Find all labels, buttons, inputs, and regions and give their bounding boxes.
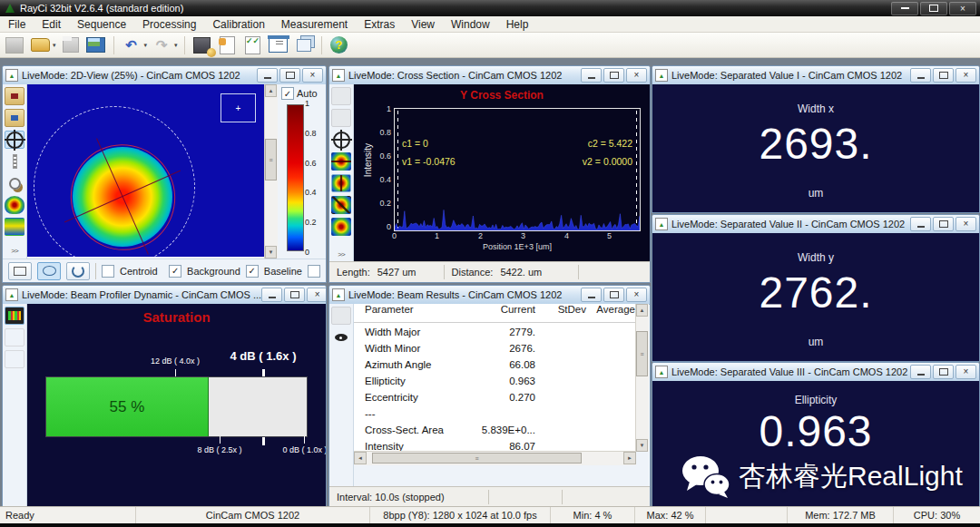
save-icon[interactable] bbox=[331, 109, 351, 127]
rotate-shape-button[interactable] bbox=[66, 262, 90, 280]
close-button[interactable]: × bbox=[956, 365, 976, 379]
background-checkbox[interactable]: ✓ bbox=[169, 265, 181, 278]
dynamic-view2-icon[interactable] bbox=[5, 328, 24, 346]
close-button[interactable]: × bbox=[956, 68, 976, 83]
menu-edit[interactable]: Edit bbox=[34, 18, 69, 31]
maximize-button[interactable] bbox=[933, 68, 954, 83]
save-icon[interactable] bbox=[331, 307, 351, 325]
scroll-up-icon[interactable]: ▲ bbox=[265, 84, 277, 97]
zoom-icon[interactable] bbox=[5, 174, 24, 192]
selection-rectangle[interactable]: + bbox=[220, 93, 256, 122]
minimize-button[interactable] bbox=[581, 288, 602, 302]
menu-calibration[interactable]: Calibration bbox=[204, 18, 272, 31]
menu-processing[interactable]: Processing bbox=[134, 18, 204, 31]
results-horizontal-scrollbar[interactable]: ◄ ≡ ► bbox=[354, 451, 636, 465]
visibility-eye-icon[interactable] bbox=[331, 328, 351, 346]
minimize-button[interactable] bbox=[261, 288, 282, 302]
scroll-down-icon[interactable]: ▼ bbox=[265, 246, 277, 259]
redo-dropdown-icon[interactable]: ▾ bbox=[174, 42, 178, 49]
beam-results-titlebar[interactable]: ▲ LiveMode: Beam Results - CinCam CMOS 1… bbox=[329, 286, 650, 305]
cascade-windows-icon[interactable] bbox=[293, 35, 315, 55]
ellipse-shape-button[interactable] bbox=[37, 262, 61, 280]
snapshot-icon[interactable] bbox=[331, 87, 351, 105]
toolbar-expand-icon[interactable]: >> bbox=[11, 247, 17, 255]
export-data-icon[interactable] bbox=[5, 109, 24, 127]
app-maximize-button[interactable] bbox=[920, 2, 947, 15]
app-close-button[interactable]: × bbox=[949, 2, 976, 15]
checklist-icon[interactable]: ✓✓ bbox=[242, 35, 264, 55]
close-button[interactable]: × bbox=[956, 217, 976, 231]
dynamic-view3-icon[interactable] bbox=[5, 350, 24, 368]
beam-3d-icon[interactable] bbox=[5, 196, 24, 214]
app-minimize-button[interactable] bbox=[891, 2, 918, 15]
baseline-checkbox[interactable]: ✓ bbox=[246, 265, 259, 278]
maximize-button[interactable] bbox=[284, 288, 305, 302]
scrollbar-thumb[interactable]: ≡ bbox=[372, 453, 582, 464]
extra-checkbox[interactable] bbox=[308, 265, 320, 278]
table-row[interactable]: Azimuth Angle66.08 bbox=[354, 359, 636, 376]
undo-icon[interactable]: ↶ bbox=[121, 35, 142, 55]
maximize-button[interactable] bbox=[603, 68, 624, 83]
close-button[interactable]: × bbox=[302, 68, 323, 83]
beam-diagonal2-icon[interactable] bbox=[331, 218, 351, 236]
menu-sequence[interactable]: Sequence bbox=[69, 18, 134, 31]
export-snapshot-icon[interactable] bbox=[5, 87, 24, 105]
separated-value-1-titlebar[interactable]: ▲ LiveMode: Separated Value I - CinCam C… bbox=[652, 66, 979, 85]
beam-2d-icon[interactable] bbox=[5, 218, 24, 236]
2d-view-vertical-scrollbar[interactable]: ▲ ≡ ▼ bbox=[264, 84, 278, 259]
menu-extras[interactable]: Extras bbox=[356, 18, 403, 31]
cross-section-titlebar[interactable]: ▲ LiveMode: Cross Section - CinCam CMOS … bbox=[329, 66, 650, 85]
window-list-icon[interactable] bbox=[268, 35, 289, 55]
centroid-target-icon[interactable] bbox=[5, 131, 24, 149]
beam-y-cross-icon[interactable] bbox=[331, 174, 351, 192]
menu-file[interactable]: File bbox=[0, 18, 34, 31]
minimize-button[interactable] bbox=[910, 365, 931, 379]
minimize-button[interactable] bbox=[257, 68, 278, 83]
minimize-button[interactable] bbox=[910, 68, 931, 83]
column-average[interactable]: Average bbox=[354, 304, 635, 315]
app-titlebar[interactable]: RayCi 32bit V2.6.4 (standard edition) × bbox=[0, 0, 980, 16]
beam-x-cross-icon[interactable] bbox=[331, 152, 351, 171]
maximize-button[interactable] bbox=[279, 68, 300, 83]
redo-icon[interactable]: ↷ bbox=[151, 35, 172, 55]
save-icon[interactable] bbox=[60, 35, 82, 55]
results-vertical-scrollbar[interactable]: ▲ ≡ ▼ bbox=[635, 304, 649, 452]
scroll-down-icon[interactable]: ▼ bbox=[636, 439, 648, 452]
centroid-target-icon[interactable] bbox=[331, 131, 351, 149]
beam-diagonal-icon[interactable] bbox=[331, 196, 351, 214]
scrollbar-thumb[interactable]: ≡ bbox=[265, 139, 277, 181]
menu-window[interactable]: Window bbox=[443, 18, 498, 31]
scroll-right-icon[interactable]: ► bbox=[623, 452, 636, 464]
minimize-button[interactable] bbox=[910, 217, 931, 231]
table-row[interactable]: Cross-Sect. Area5.839E+0... bbox=[354, 425, 636, 441]
separated-value-2-titlebar[interactable]: ▲ LiveMode: Separated Value II - CinCam … bbox=[652, 215, 979, 234]
settings-icon[interactable] bbox=[191, 35, 213, 55]
centroid-checkbox[interactable] bbox=[102, 265, 114, 278]
scroll-up-icon[interactable]: ▲ bbox=[636, 304, 648, 317]
table-row[interactable]: Width Minor2676. bbox=[354, 343, 636, 359]
close-button[interactable]: × bbox=[626, 68, 647, 83]
table-row[interactable]: Width Major2779. bbox=[354, 327, 636, 343]
open-dropdown-icon[interactable]: ▾ bbox=[53, 42, 56, 49]
maximize-button[interactable] bbox=[933, 365, 954, 379]
maximize-button[interactable] bbox=[603, 288, 624, 302]
open-icon[interactable] bbox=[29, 35, 51, 55]
scrollbar-thumb[interactable]: ≡ bbox=[636, 331, 648, 376]
dynamic-histogram-icon[interactable] bbox=[5, 307, 24, 325]
auto-scale-checkbox[interactable]: ✓ Auto bbox=[281, 87, 318, 100]
menu-view[interactable]: View bbox=[403, 18, 443, 31]
2d-view-titlebar[interactable]: ▲ LiveMode: 2D-View (25%) - CinCam CMOS … bbox=[3, 66, 326, 85]
undo-dropdown-icon[interactable]: ▾ bbox=[144, 42, 148, 49]
menu-help[interactable]: Help bbox=[498, 18, 537, 31]
minimize-button[interactable] bbox=[581, 68, 602, 83]
table-row[interactable]: Ellipticity0.963 bbox=[354, 376, 636, 392]
menu-measurement[interactable]: Measurement bbox=[273, 18, 356, 31]
results-table-header[interactable]: Parameter Current StDev Average bbox=[354, 304, 636, 323]
export-image-icon[interactable] bbox=[85, 35, 107, 55]
beam-image-2d[interactable]: + bbox=[27, 84, 264, 257]
table-row[interactable]: --- bbox=[354, 408, 636, 425]
close-button[interactable]: × bbox=[626, 288, 647, 302]
table-row[interactable]: Eccentricity0.270 bbox=[354, 392, 636, 408]
maximize-button[interactable] bbox=[933, 217, 954, 231]
rectangle-shape-button[interactable] bbox=[8, 262, 32, 280]
